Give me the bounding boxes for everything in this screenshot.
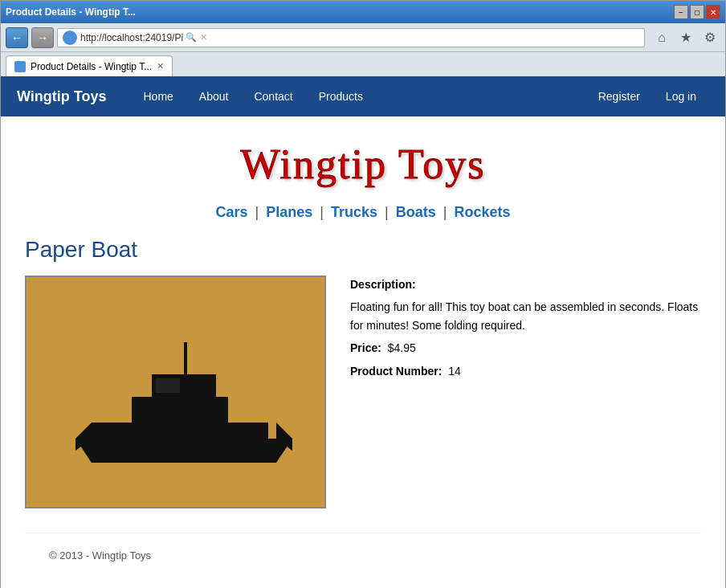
minimize-button[interactable]: − bbox=[674, 5, 688, 19]
price-value: $4.95 bbox=[388, 341, 416, 354]
description-text: Floating fun for all! This toy boat can … bbox=[350, 298, 701, 334]
url-text: http://localhost:24019/Pi bbox=[80, 32, 183, 43]
product-title: Paper Boat bbox=[25, 237, 701, 263]
navbar: Wingtip Toys Home About Contact Products… bbox=[1, 76, 725, 116]
nav-register[interactable]: Register bbox=[585, 76, 653, 116]
close-button[interactable]: ✕ bbox=[706, 5, 720, 19]
product-number-label: Product Number: bbox=[350, 365, 442, 378]
maximize-button[interactable]: □ bbox=[690, 5, 704, 19]
category-trucks[interactable]: Trucks bbox=[331, 204, 377, 220]
navbar-brand[interactable]: Wingtip Toys bbox=[17, 88, 107, 105]
title-bar-text: Product Details - Wingtip T... bbox=[6, 6, 136, 18]
category-cars[interactable]: Cars bbox=[215, 204, 247, 220]
product-detail: Description: Floating fun for all! This … bbox=[25, 276, 701, 508]
separator-2: | bbox=[320, 204, 324, 220]
browser-window: Product Details - Wingtip T... − □ ✕ ← →… bbox=[0, 0, 726, 588]
product-number-value: 14 bbox=[448, 365, 461, 378]
category-boats[interactable]: Boats bbox=[396, 204, 436, 220]
address-globe-icon bbox=[63, 31, 77, 45]
product-info: Description: Floating fun for all! This … bbox=[350, 276, 701, 385]
address-field[interactable]: http://localhost:24019/Pi 🔍 ✕ bbox=[57, 28, 645, 47]
browser-toolbar-icons: ⌂ ★ ⚙ bbox=[651, 27, 720, 48]
description-label: Description: bbox=[350, 278, 416, 291]
separator-1: | bbox=[255, 204, 259, 220]
navbar-links: Home About Contact Products bbox=[131, 76, 585, 116]
forward-button[interactable]: → bbox=[31, 27, 54, 48]
nav-login[interactable]: Log in bbox=[653, 76, 709, 116]
footer-text: © 2013 - Wingtip Toys bbox=[49, 549, 151, 561]
category-rockets[interactable]: Rockets bbox=[454, 204, 510, 220]
svg-rect-5 bbox=[156, 378, 180, 393]
product-image bbox=[25, 276, 326, 508]
page-footer: © 2013 - Wingtip Toys bbox=[25, 533, 701, 578]
nav-contact[interactable]: Contact bbox=[241, 76, 305, 116]
svg-rect-1 bbox=[92, 423, 268, 440]
nav-products[interactable]: Products bbox=[306, 76, 376, 116]
settings-icon[interactable]: ⚙ bbox=[699, 27, 720, 48]
active-tab[interactable]: Product Details - Wingtip T... ✕ bbox=[6, 55, 173, 76]
main-content: Wingtip Toys Cars | Planes | Trucks | Bo… bbox=[1, 116, 725, 588]
tab-close-button[interactable]: ✕ bbox=[157, 61, 164, 71]
svg-rect-2 bbox=[132, 397, 228, 424]
address-bar: ← → http://localhost:24019/Pi 🔍 ✕ ⌂ ★ ⚙ bbox=[1, 23, 725, 52]
separator-3: | bbox=[385, 204, 389, 220]
separator-4: | bbox=[443, 204, 447, 220]
price-label: Price: bbox=[350, 341, 381, 354]
navbar-right: Register Log in bbox=[585, 76, 709, 116]
category-links: Cars | Planes | Trucks | Boats | Rockets bbox=[25, 204, 701, 221]
nav-home[interactable]: Home bbox=[131, 76, 186, 116]
boat-svg bbox=[27, 278, 324, 507]
category-planes[interactable]: Planes bbox=[266, 204, 312, 220]
site-title: Wingtip Toys bbox=[25, 141, 701, 188]
home-icon[interactable]: ⌂ bbox=[651, 27, 672, 48]
title-bar-buttons: − □ ✕ bbox=[674, 5, 720, 19]
title-bar: Product Details - Wingtip T... − □ ✕ bbox=[1, 1, 725, 23]
refresh-icon: ✕ bbox=[200, 32, 207, 43]
nav-about[interactable]: About bbox=[186, 76, 242, 116]
page-content: Wingtip Toys Home About Contact Products… bbox=[1, 76, 725, 588]
search-icon: 🔍 bbox=[186, 32, 197, 43]
back-button[interactable]: ← bbox=[6, 27, 28, 48]
tab-bar: Product Details - Wingtip T... ✕ bbox=[1, 52, 725, 76]
tab-title: Product Details - Wingtip T... bbox=[31, 61, 152, 72]
favorites-icon[interactable]: ★ bbox=[675, 27, 696, 48]
svg-rect-4 bbox=[184, 342, 187, 376]
svg-marker-0 bbox=[75, 439, 292, 463]
tab-favicon-icon bbox=[14, 61, 26, 72]
